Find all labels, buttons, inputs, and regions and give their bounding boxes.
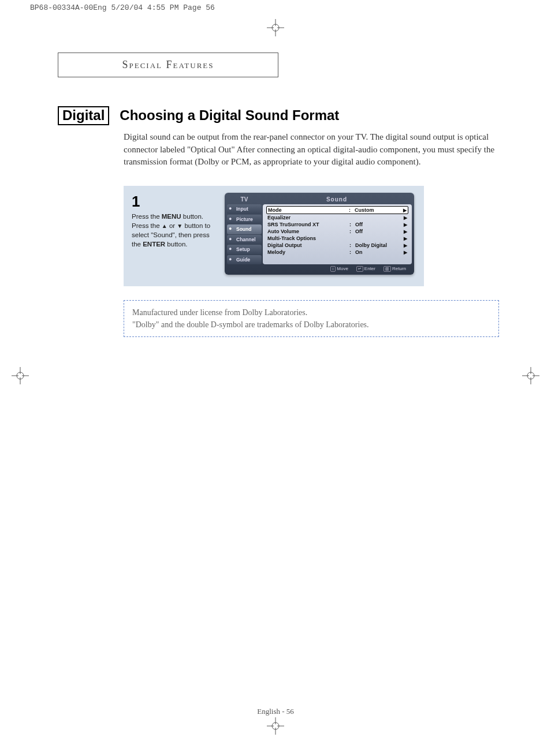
crop-mark-icon (522, 367, 539, 384)
osd-row-equalizer[interactable]: Equalizer▶ (266, 214, 408, 221)
tab-icon: ● (229, 236, 234, 242)
crop-mark-icon (267, 19, 284, 36)
note-line-1: Manufactured under license from Dolby La… (132, 306, 490, 319)
osd-row-value: Dolby Digital (355, 242, 401, 248)
step-number: 1 (132, 193, 218, 211)
colon: : (349, 222, 355, 227)
osd-tab-label: Guide (236, 257, 250, 263)
osd-tab-channel[interactable]: ●Channel (227, 235, 262, 245)
osd-tab-sound[interactable]: ●Sound (227, 224, 262, 234)
tv-osd-menu: TVSound●Input●Picture●Sound●Channel●Setu… (225, 193, 414, 275)
osd-row-value: Off (355, 222, 401, 227)
crop-mark-icon (12, 367, 29, 384)
osd-header-title: Sound (262, 196, 412, 203)
osd-row-label: SRS TruSurround XT (267, 222, 349, 227)
intro-paragraph: Digital sound can be output from the rea… (124, 131, 516, 169)
note-line-2: "Dolby" and the double D-symbol are trad… (132, 319, 490, 331)
osd-tab-label: Setup (236, 246, 250, 252)
osd-footer-hint-move: ↕Move (330, 266, 348, 272)
tab-icon: ● (229, 205, 234, 211)
osd-tab-label: Sound (236, 226, 251, 232)
osd-row-label: Multi-Track Options (267, 235, 349, 241)
step-instructions: Press the MENU button. Press the ▲ or ▼ … (132, 212, 218, 249)
caret-icon: ▶ (401, 250, 407, 255)
osd-row-label: Mode (268, 207, 349, 213)
osd-footer-hint-return: ▥Return (384, 266, 406, 272)
osd-header-tv: TV (227, 196, 262, 203)
print-job-info: BP68-00334A-00Eng 5/20/04 4:55 PM Page 5… (0, 0, 551, 12)
hint-icon: ▥ (384, 266, 391, 272)
osd-tab-guide[interactable]: ●Guide (227, 255, 262, 265)
caret-icon: ▶ (401, 236, 407, 241)
page-title: Choosing a Digital Sound Format (120, 107, 339, 123)
caret-icon: ▶ (401, 208, 407, 213)
tab-icon: ● (229, 256, 234, 262)
osd-tab-label: Picture (236, 216, 253, 222)
crop-mark-icon (267, 717, 284, 735)
colon: : (349, 207, 355, 213)
osd-row-multi-track-options[interactable]: Multi-Track Options▶ (266, 235, 408, 242)
tab-icon: ● (229, 246, 234, 252)
colon: : (349, 242, 355, 248)
caret-icon: ▶ (401, 229, 407, 234)
osd-row-value: On (355, 249, 401, 255)
colon: : (349, 229, 355, 234)
osd-tab-label: Input (236, 206, 248, 212)
osd-tab-picture[interactable]: ●Picture (227, 215, 262, 224)
osd-row-srs-trusurround-xt[interactable]: SRS TruSurround XT:Off▶ (266, 221, 408, 228)
osd-tab-label: Channel (236, 237, 256, 242)
osd-footer-hint-enter: ↵Enter (356, 266, 375, 272)
tab-icon: ● (229, 216, 234, 222)
page-content: Special Features Digital Choosing a Digi… (0, 12, 551, 739)
osd-tab-setup[interactable]: ●Setup (227, 245, 262, 255)
osd-row-value: Off (355, 229, 401, 234)
osd-row-digital-output[interactable]: Digital Output:Dolby Digital▶ (266, 242, 408, 249)
caret-icon: ▶ (401, 243, 407, 248)
osd-row-auto-volume[interactable]: Auto Volume:Off▶ (266, 228, 408, 235)
osd-row-label: Equalizer (267, 215, 349, 220)
step-block-1: 1Press the MENU button. Press the ▲ or ▼… (124, 186, 424, 286)
osd-row-melody[interactable]: Melody:On▶ (266, 249, 408, 256)
colon: : (349, 249, 355, 255)
osd-row-label: Digital Output (267, 242, 349, 248)
page-number: English - 56 (0, 707, 551, 716)
hint-icon: ↵ (356, 266, 363, 272)
caret-icon: ▶ (401, 215, 407, 220)
osd-row-label: Auto Volume (267, 229, 349, 234)
digital-badge: Digital (58, 106, 109, 125)
tab-icon: ● (229, 226, 234, 231)
caret-icon: ▶ (401, 222, 407, 227)
osd-tab-input[interactable]: ●Input (227, 204, 262, 214)
section-header: Special Features (58, 53, 278, 77)
hint-icon: ↕ (330, 266, 336, 272)
osd-row-mode[interactable]: Mode:Custom▶ (266, 206, 408, 214)
osd-row-value: Custom (355, 207, 401, 213)
osd-footer: ↕Move↵Enter▥Return (227, 264, 412, 272)
osd-row-label: Melody (267, 249, 349, 255)
dolby-license-note: Manufactured under license from Dolby La… (124, 300, 499, 337)
